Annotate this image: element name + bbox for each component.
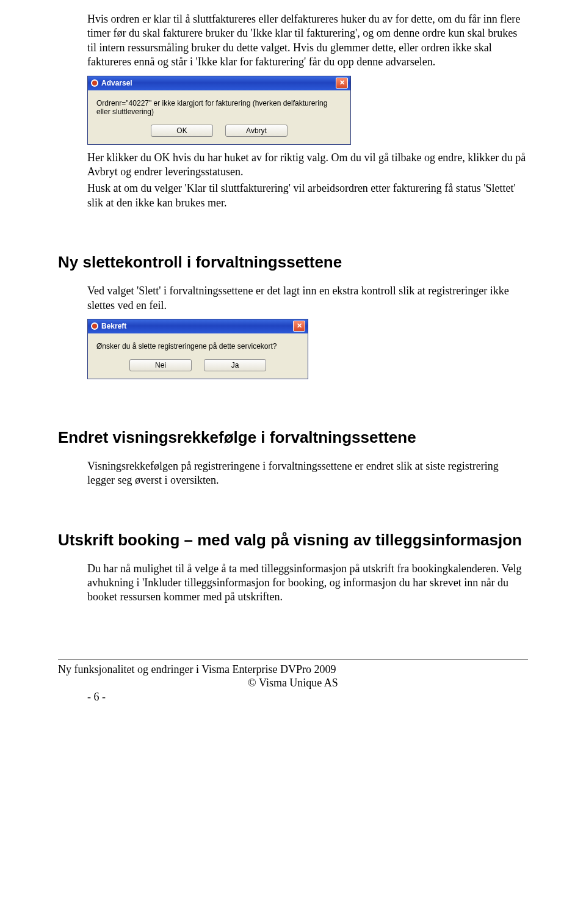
- svg-point-3: [92, 324, 97, 329]
- paragraph-5: Visningsrekkefølgen på registreringene i…: [87, 459, 528, 488]
- dialog-title-text: Bekreft: [101, 322, 126, 330]
- dialog-titlebar: Bekreft ✕: [88, 319, 308, 333]
- close-icon[interactable]: ✕: [336, 78, 348, 89]
- page-number: - 6 -: [87, 690, 528, 704]
- dialog-body-text: Ønsker du å slette registreringene på de…: [96, 342, 299, 351]
- paragraph-6: Du har nå mulighet til å velge å ta med …: [87, 562, 528, 605]
- footer-divider: [58, 660, 528, 660]
- heading-visningsrekkefolge: Endret visningsrekkefølge i forvaltnings…: [58, 428, 528, 447]
- dialog-body-text: Ordrenr="40227" er ikke klargjort for fa…: [96, 99, 341, 116]
- footer-line-1: Ny funksjonalitet og endringer i Visma E…: [58, 663, 528, 677]
- footer-line-2: © Visma Unique AS: [58, 676, 528, 690]
- app-icon: [90, 79, 99, 87]
- no-button[interactable]: Nei: [129, 359, 192, 371]
- heading-utskrift-booking: Utskrift booking – med valg på visning a…: [58, 531, 528, 550]
- dialog-bekreft: Bekreft ✕ Ønsker du å slette registrerin…: [87, 319, 308, 379]
- paragraph-3: Husk at om du velger 'Klar til sluttfakt…: [87, 181, 528, 210]
- dialog-advarsel: Advarsel ✕ Ordrenr="40227" er ikke klarg…: [87, 76, 351, 145]
- paragraph-2: Her klikker du OK hvis du har huket av f…: [87, 151, 528, 180]
- paragraph-1: Hvis ordren er klar til å sluttfakturere…: [87, 12, 528, 70]
- heading-slettekontroll: Ny slettekontroll i forvaltningssettene: [58, 253, 528, 272]
- svg-point-1: [92, 81, 97, 85]
- ok-button[interactable]: OK: [151, 125, 213, 137]
- cancel-button[interactable]: Avbryt: [225, 125, 288, 137]
- yes-button[interactable]: Ja: [204, 359, 266, 371]
- paragraph-4: Ved valget 'Slett' i forvaltningssettene…: [87, 284, 528, 313]
- close-icon[interactable]: ✕: [293, 321, 305, 332]
- dialog-title-text: Advarsel: [101, 79, 132, 87]
- app-icon: [90, 322, 99, 330]
- page-footer: Ny funksjonalitet og endringer i Visma E…: [58, 660, 528, 704]
- dialog-titlebar: Advarsel ✕: [88, 76, 350, 90]
